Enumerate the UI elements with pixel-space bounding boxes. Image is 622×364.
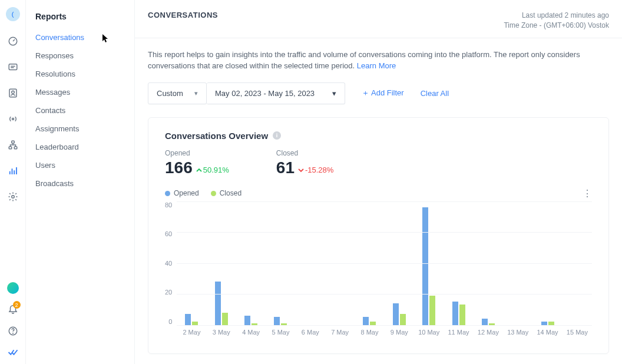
x-tick: 7 May — [325, 329, 355, 336]
bar-opened[interactable] — [482, 319, 488, 325]
workflow-icon[interactable] — [7, 139, 19, 151]
x-tick: 8 May — [355, 329, 384, 336]
sidebar-item-assignments[interactable]: Assignments — [26, 120, 134, 138]
x-tick: 9 May — [385, 329, 414, 336]
sidebar-title: Reports — [26, 12, 134, 28]
clear-all-button[interactable]: Clear All — [421, 89, 449, 98]
filter-row: Custom ▾ May 02, 2023 - May 15, 2023 ▾ ＋… — [148, 82, 609, 104]
reports-icon[interactable] — [7, 165, 19, 177]
notifications-icon[interactable]: 2 — [8, 303, 18, 316]
x-tick: 15 May — [563, 329, 592, 336]
sidebar-item-resolutions[interactable]: Resolutions — [26, 65, 134, 83]
bar-group — [414, 207, 444, 325]
notification-badge: 2 — [13, 301, 21, 309]
svg-rect-1 — [9, 64, 17, 70]
top-header: CONVERSATIONS Last updated 2 minutes ago… — [135, 0, 622, 38]
legend-closed: Closed — [211, 189, 241, 197]
bar-opened[interactable] — [363, 317, 369, 325]
bar-closed[interactable] — [429, 296, 435, 325]
info-icon[interactable]: i — [273, 131, 281, 140]
sidebar: Reports ConversationsResponsesResolution… — [26, 0, 135, 364]
svg-point-14 — [11, 196, 14, 198]
bar-opened[interactable] — [393, 303, 399, 325]
chevron-down-icon: ▾ — [332, 89, 336, 98]
x-tick: 13 May — [503, 329, 532, 336]
sidebar-item-conversations[interactable]: Conversations — [26, 28, 134, 47]
bar-closed[interactable] — [400, 314, 406, 325]
x-tick: 3 May — [207, 329, 236, 336]
main: CONVERSATIONS Last updated 2 minutes ago… — [135, 0, 622, 364]
bar-group — [385, 303, 414, 325]
sidebar-item-responses[interactable]: Responses — [26, 47, 134, 65]
range-select[interactable]: Custom ▾ — [148, 82, 207, 104]
timezone: Time Zone - (GMT+06:00) Vostok — [504, 21, 609, 31]
x-tick: 11 May — [444, 329, 473, 336]
closed-delta: -15.28% — [298, 166, 333, 174]
bar-opened[interactable] — [452, 302, 458, 325]
messages-icon[interactable] — [7, 61, 19, 73]
bar-group — [207, 282, 236, 325]
chart: 806040200 2 May3 May4 May5 May6 May7 May… — [165, 201, 592, 343]
metric-opened: Opened 166 50.91% — [165, 149, 229, 177]
legend-opened: Opened — [165, 189, 199, 197]
bar-group — [177, 314, 206, 325]
x-tick: 12 May — [474, 329, 503, 336]
bar-closed[interactable] — [222, 313, 228, 325]
header-meta: Last updated 2 minutes ago Time Zone - (… — [504, 11, 609, 31]
settings-icon[interactable] — [7, 191, 19, 203]
svg-rect-9 — [14, 147, 17, 149]
chevron-down-icon: ▾ — [194, 90, 198, 97]
user-avatar[interactable] — [7, 282, 19, 294]
x-tick: 2 May — [177, 329, 206, 336]
opened-delta: 50.91% — [196, 166, 229, 174]
svg-point-16 — [12, 333, 13, 333]
x-tick: 4 May — [236, 329, 266, 336]
bar-group — [474, 319, 503, 325]
date-range-select[interactable]: May 02, 2023 - May 15, 2023 ▾ — [207, 82, 345, 104]
sidebar-item-leaderboard[interactable]: Leaderboard — [26, 138, 134, 156]
svg-point-6 — [12, 118, 14, 120]
contacts-icon[interactable] — [7, 87, 19, 99]
bar-group — [444, 302, 473, 325]
svg-rect-8 — [9, 147, 12, 149]
add-filter-button[interactable]: ＋ Add Filter — [362, 88, 404, 98]
sidebar-item-messages[interactable]: Messages — [26, 83, 134, 101]
x-tick: 10 May — [414, 329, 444, 336]
bar-closed[interactable] — [459, 305, 465, 325]
bar-opened[interactable] — [244, 316, 250, 325]
overview-card: Conversations Overview i Opened 166 50.9… — [148, 117, 609, 354]
bar-opened[interactable] — [422, 207, 428, 325]
svg-point-5 — [11, 91, 14, 94]
x-tick: 6 May — [296, 329, 325, 336]
bar-group — [266, 317, 295, 325]
learn-more-link[interactable]: Learn More — [357, 61, 396, 70]
closed-value: 61 — [276, 158, 295, 177]
sidebar-item-contacts[interactable]: Contacts — [26, 101, 134, 120]
x-tick: 14 May — [532, 329, 562, 336]
card-title: Conversations Overview — [165, 131, 268, 141]
checkmark-icon[interactable] — [7, 346, 19, 358]
metric-closed: Closed 61 -15.28% — [276, 149, 334, 177]
dashboard-icon[interactable] — [7, 35, 19, 47]
x-tick: 5 May — [266, 329, 295, 336]
bar-opened[interactable] — [215, 282, 221, 325]
help-icon[interactable] — [7, 325, 19, 337]
bar-opened[interactable] — [274, 317, 280, 325]
bar-group — [355, 317, 384, 325]
report-description: This report helps to gain insights into … — [148, 49, 609, 72]
page-title: CONVERSATIONS — [148, 11, 218, 19]
opened-value: 166 — [165, 158, 193, 177]
icon-rail: ( 2 — [0, 0, 26, 364]
bar-group — [236, 316, 266, 325]
svg-rect-7 — [11, 141, 14, 143]
broadcast-icon[interactable] — [7, 113, 19, 125]
sidebar-item-users[interactable]: Users — [26, 156, 134, 174]
bar-opened[interactable] — [185, 314, 191, 325]
last-updated: Last updated 2 minutes ago — [504, 11, 609, 21]
chart-menu-icon[interactable]: ⋮ — [583, 188, 592, 199]
workspace-avatar[interactable]: ( — [6, 7, 20, 21]
sidebar-item-broadcasts[interactable]: Broadcasts — [26, 174, 134, 193]
